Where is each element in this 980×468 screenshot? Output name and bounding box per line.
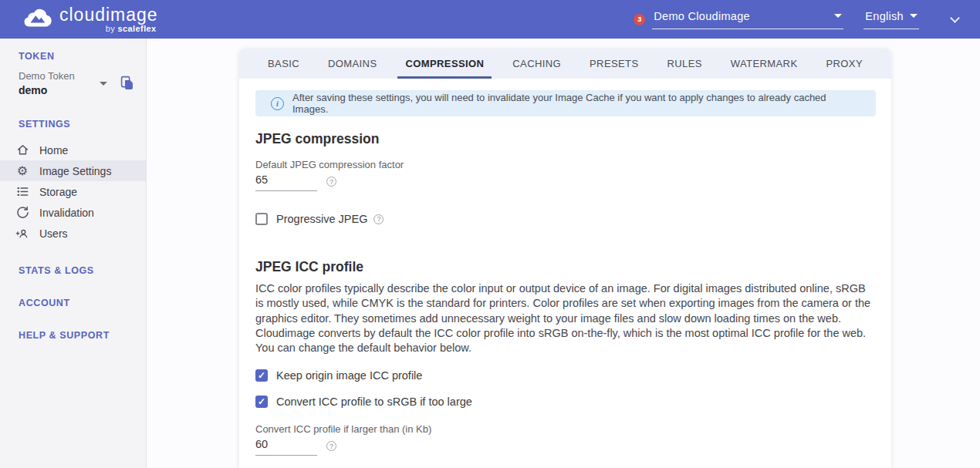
caret-down-icon bbox=[834, 14, 842, 18]
tab-bar: BASIC DOMAINS COMPRESSION CACHING PRESET… bbox=[239, 49, 891, 79]
convert-icc-label: Convert ICC profile to sRGB if too large bbox=[276, 396, 472, 408]
user-add-icon bbox=[15, 227, 29, 240]
brand-name: cloudimage bbox=[59, 5, 158, 24]
project-select-value: Demo Cloudimage bbox=[654, 10, 750, 22]
token-info: Demo Token demo bbox=[19, 70, 100, 96]
copy-token-icon[interactable] bbox=[120, 76, 134, 91]
refresh-icon bbox=[15, 206, 29, 219]
sidebar-nav: Home ⚙ Image Settings Storage Invalidati… bbox=[0, 140, 146, 244]
notification-badge: 3 bbox=[634, 14, 645, 25]
sidebar-item-label: Storage bbox=[39, 186, 77, 198]
info-banner: i After saving these settings, you will … bbox=[255, 90, 876, 116]
sidebar-item-label: Image Settings bbox=[39, 165, 111, 177]
sidebar-section-stats-logs[interactable]: STATS & LOGS bbox=[0, 265, 146, 276]
progressive-jpeg-label: Progressive JPEG bbox=[276, 213, 367, 225]
sidebar-item-invalidation[interactable]: Invalidation bbox=[0, 202, 146, 223]
compression-factor-input[interactable] bbox=[255, 172, 317, 191]
icc-profile-heading: JPEG ICC profile bbox=[255, 259, 876, 274]
convert-icc-row: Convert ICC profile to sRGB if too large bbox=[255, 396, 876, 408]
gear-icon: ⚙ bbox=[15, 165, 29, 177]
help-icon[interactable]: ? bbox=[326, 177, 336, 187]
compression-factor-label: Default JPEG compression factor bbox=[255, 159, 876, 170]
tab-rules[interactable]: RULES bbox=[660, 49, 710, 79]
sidebar: TOKEN Demo Token demo SETTINGS Home bbox=[0, 39, 147, 468]
tab-domains[interactable]: DOMAINS bbox=[320, 49, 384, 79]
token-value: demo bbox=[19, 84, 100, 96]
sidebar-item-users[interactable]: Users bbox=[0, 223, 146, 244]
progressive-jpeg-checkbox[interactable] bbox=[255, 213, 268, 225]
language-select[interactable]: English bbox=[863, 10, 919, 29]
help-icon[interactable]: ? bbox=[326, 441, 336, 451]
sidebar-item-image-settings[interactable]: ⚙ Image Settings bbox=[0, 160, 146, 181]
brand-byline: by scaleflex bbox=[59, 24, 158, 33]
brand-wordmark: cloudimage by scaleflex bbox=[59, 5, 158, 33]
icc-threshold-row: ? bbox=[255, 436, 876, 456]
token-name-label: Demo Token bbox=[19, 70, 100, 82]
info-icon: i bbox=[271, 97, 284, 110]
keep-icc-checkbox[interactable] bbox=[255, 369, 268, 382]
token-dropdown-caret-icon bbox=[100, 82, 107, 86]
cloud-logo-icon bbox=[22, 5, 52, 28]
caret-down-icon bbox=[910, 14, 917, 18]
sidebar-section-help-support[interactable]: HELP & SUPPORT bbox=[0, 330, 146, 341]
language-select-value: English bbox=[865, 10, 904, 22]
progressive-jpeg-row: Progressive JPEG ? bbox=[255, 213, 876, 225]
icc-threshold-label: Convert ICC profile if larger than (in K… bbox=[255, 423, 876, 435]
settings-card: BASIC DOMAINS COMPRESSION CACHING PRESET… bbox=[239, 49, 891, 468]
brand-logo[interactable]: cloudimage by scaleflex bbox=[22, 5, 158, 33]
help-icon[interactable]: ? bbox=[373, 214, 384, 224]
storage-list-icon bbox=[15, 185, 29, 198]
tab-caching[interactable]: CACHING bbox=[505, 49, 569, 79]
icc-threshold-input[interactable] bbox=[255, 436, 317, 456]
main-area: BASIC DOMAINS COMPRESSION CACHING PRESET… bbox=[147, 39, 980, 468]
banner-text: After saving these settings, you will ne… bbox=[292, 92, 860, 115]
tab-presets[interactable]: PRESETS bbox=[582, 49, 646, 79]
tab-basic[interactable]: BASIC bbox=[260, 49, 307, 79]
sidebar-section-account[interactable]: ACCOUNT bbox=[0, 298, 146, 308]
topbar: cloudimage by scaleflex 3 Demo Cloudimag… bbox=[0, 0, 980, 39]
convert-icc-checkbox[interactable] bbox=[255, 396, 268, 408]
tab-content: i After saving these settings, you will … bbox=[239, 79, 891, 456]
sidebar-item-home[interactable]: Home bbox=[0, 140, 146, 160]
sidebar-item-label: Invalidation bbox=[39, 207, 94, 219]
sidebar-item-storage[interactable]: Storage bbox=[0, 181, 146, 202]
chevron-down-icon[interactable] bbox=[950, 13, 960, 23]
project-select[interactable]: Demo Cloudimage bbox=[652, 10, 843, 29]
tab-watermark[interactable]: WATERMARK bbox=[723, 49, 806, 79]
keep-icc-label: Keep origin image ICC profile bbox=[276, 369, 422, 382]
token-selector[interactable]: Demo Token demo bbox=[0, 70, 146, 96]
sidebar-item-label: Users bbox=[39, 227, 68, 240]
sidebar-item-label: Home bbox=[39, 144, 68, 157]
keep-icc-row: Keep origin image ICC profile bbox=[255, 369, 876, 382]
icc-profile-description: ICC color profiles typically describe th… bbox=[255, 281, 876, 355]
tab-compression[interactable]: COMPRESSION bbox=[397, 49, 492, 79]
jpeg-compression-heading: JPEG compression bbox=[255, 131, 876, 146]
settings-section-header: SETTINGS bbox=[0, 119, 146, 130]
topbar-right: 3 Demo Cloudimage English bbox=[634, 10, 958, 29]
home-icon bbox=[15, 143, 29, 157]
compression-factor-row: ? bbox=[255, 172, 876, 191]
tab-proxy[interactable]: PROXY bbox=[818, 49, 870, 79]
token-section-header: TOKEN bbox=[0, 39, 146, 62]
